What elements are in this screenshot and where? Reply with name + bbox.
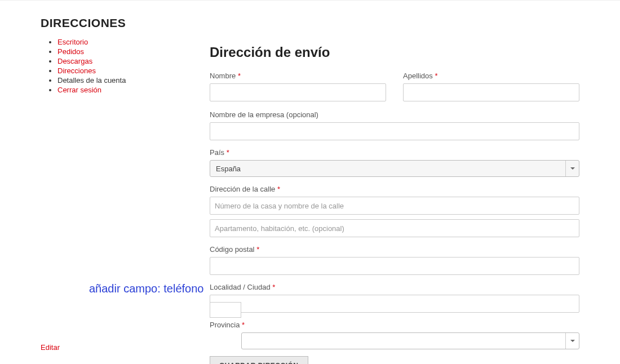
provincia-select[interactable] (241, 332, 579, 349)
sidebar-title: DIRECCIONES (41, 16, 210, 30)
provincia-extra-box (210, 302, 241, 318)
pais-select[interactable]: España (210, 160, 579, 177)
localidad-label: Localidad / Ciudad * (210, 283, 579, 291)
provincia-label: Provincia * (210, 321, 579, 329)
chevron-down-icon (565, 333, 579, 349)
sidebar-nav: Escritorio Pedidos Descargas Direcciones… (41, 38, 210, 94)
localidad-input[interactable] (210, 295, 579, 313)
annotation-text: añadir campo: teléfono (89, 282, 203, 295)
nombre-input[interactable] (210, 83, 386, 101)
cp-label: Código postal * (210, 245, 579, 254)
chevron-down-icon (565, 161, 579, 176)
sidebar-item-cerrar-sesion[interactable]: Cerrar sesión (57, 86, 101, 94)
pais-label: País * (210, 148, 579, 157)
sidebar-item-direcciones[interactable]: Direcciones (57, 66, 96, 75)
calle-input-1[interactable] (210, 197, 579, 215)
calle-input-2[interactable] (210, 219, 579, 237)
sidebar: DIRECCIONES Escritorio Pedidos Descargas… (41, 16, 210, 364)
sidebar-item-pedidos[interactable]: Pedidos (57, 47, 84, 56)
pais-value: España (216, 165, 241, 173)
apellidos-label: Apellidos * (403, 72, 579, 80)
calle-label: Dirección de la calle * (210, 185, 579, 193)
form-title: Dirección de envío (210, 45, 579, 60)
sidebar-item-descargas[interactable]: Descargas (57, 57, 92, 65)
sidebar-item-detalles: Detalles de la cuenta (57, 76, 126, 85)
cp-input[interactable] (210, 257, 579, 275)
editar-link[interactable]: Editar (41, 343, 60, 352)
main-form: Dirección de envío Nombre * Apellidos * … (210, 16, 579, 364)
nombre-label: Nombre * (210, 72, 386, 80)
apellidos-input[interactable] (403, 83, 579, 101)
empresa-label: Nombre de la empresa (opcional) (210, 110, 579, 119)
sidebar-item-escritorio[interactable]: Escritorio (57, 38, 88, 46)
empresa-input[interactable] (210, 122, 579, 140)
guardar-button[interactable]: GUARDAR DIRECCIÓN (210, 356, 308, 364)
